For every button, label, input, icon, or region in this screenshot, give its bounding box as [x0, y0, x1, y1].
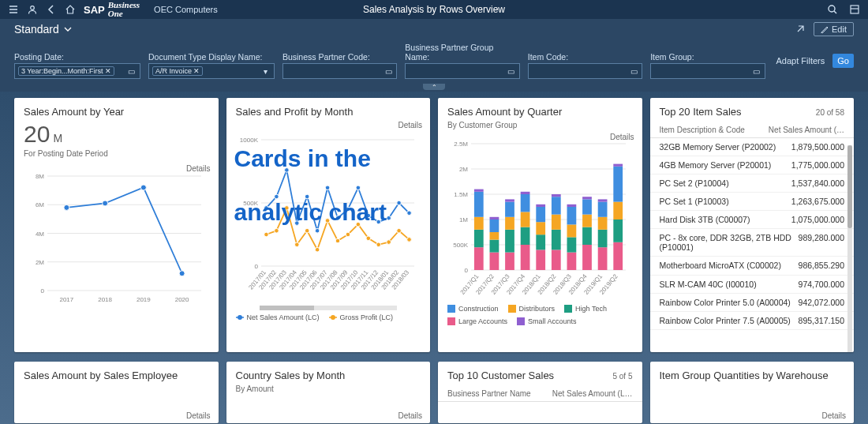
- bp-group-input[interactable]: [409, 67, 503, 76]
- go-button[interactable]: Go: [832, 54, 854, 68]
- legend-item: Large Accounts: [447, 317, 507, 325]
- svg-text:8M: 8M: [36, 173, 44, 180]
- chart-scrollbar[interactable]: [260, 306, 398, 310]
- list-item[interactable]: 4GB Memory Server (P20001)1,775,000.000: [650, 156, 855, 174]
- bp-group-field[interactable]: ▭: [405, 63, 519, 79]
- card-top-customer-sales: Top 10 Customer Sales 5 of 5 Business Pa…: [438, 362, 642, 423]
- details-link[interactable]: Details: [821, 411, 846, 420]
- svg-rect-136: [598, 247, 608, 270]
- svg-point-1: [829, 6, 835, 12]
- value-help-icon[interactable]: ▭: [127, 66, 137, 76]
- svg-text:1M: 1M: [459, 216, 468, 223]
- value-help-icon[interactable]: ▭: [752, 66, 761, 76]
- svg-rect-94: [490, 253, 499, 270]
- svg-rect-104: [505, 199, 514, 201]
- menu-icon[interactable]: [8, 4, 19, 15]
- filterbar-collapse-handle[interactable]: ⌃: [0, 84, 868, 92]
- svg-rect-109: [521, 194, 530, 212]
- svg-point-53: [376, 242, 380, 247]
- item-group-input[interactable]: [654, 67, 748, 76]
- variant-selector[interactable]: Standard: [14, 23, 72, 36]
- column-header: Net Sales Amount (L…: [552, 389, 633, 398]
- svg-rect-100: [505, 253, 514, 270]
- svg-rect-127: [567, 207, 577, 224]
- layout-icon[interactable]: [849, 4, 860, 15]
- card-subtitle: By Customer Group: [438, 121, 642, 133]
- svg-rect-146: [613, 164, 623, 167]
- home-icon[interactable]: [65, 4, 76, 15]
- svg-point-56: [406, 238, 411, 242]
- adapt-filters-link[interactable]: Adapt Filters: [776, 56, 825, 66]
- list-item[interactable]: Rainbow Color Printer 5.0 (A00004)942,07…: [650, 294, 855, 312]
- list-item[interactable]: Hard Disk 3TB (C00007)1,075,000.000: [650, 211, 855, 229]
- details-link[interactable]: Details: [186, 411, 211, 420]
- filter-bp-group: Business Partner Group Name: ▭: [405, 43, 519, 79]
- filter-doc-type: Document Type Display Name: A/R Invoice …: [148, 52, 275, 79]
- column-header: Net Sales Amount (…: [769, 126, 844, 134]
- card-counter: 5 of 5: [612, 372, 632, 381]
- svg-rect-130: [582, 245, 592, 270]
- svg-point-31: [305, 194, 309, 199]
- card-sales-by-year: Sales Amount by Year 20M For Posting Dat…: [14, 98, 219, 352]
- share-icon[interactable]: [795, 24, 806, 35]
- bp-code-field[interactable]: ▭: [282, 63, 397, 79]
- svg-text:6M: 6M: [36, 201, 44, 208]
- svg-point-55: [396, 228, 401, 233]
- card-sales-profit-month: Sales and Profit by Month Details 0500K1…: [226, 98, 431, 352]
- svg-rect-143: [613, 220, 623, 242]
- list-item[interactable]: Rainbow Color Printer 7.5 (A00005)895,31…: [650, 312, 855, 330]
- list-item[interactable]: PC Set 1 (P10003)1,263,675.000: [650, 193, 855, 211]
- bp-code-input[interactable]: [286, 67, 380, 76]
- item-code-input[interactable]: [532, 67, 626, 76]
- item-group-field[interactable]: ▭: [650, 63, 765, 79]
- svg-point-35: [346, 207, 350, 212]
- svg-text:1.5M: 1.5M: [454, 191, 468, 198]
- details-link[interactable]: Details: [398, 121, 422, 129]
- search-icon[interactable]: [827, 4, 838, 15]
- svg-point-28: [274, 194, 279, 199]
- chevron-down-icon[interactable]: ▾: [261, 66, 271, 76]
- svg-point-27: [264, 206, 268, 211]
- filter-token[interactable]: 3 Year:Begin...Month:First ✕: [18, 66, 114, 76]
- user-icon[interactable]: [27, 4, 38, 15]
- svg-rect-122: [552, 194, 561, 197]
- list-header: Item Description & Code Net Sales Amount…: [650, 121, 855, 138]
- item-code-field[interactable]: ▭: [528, 63, 642, 79]
- list-item[interactable]: PC - 8x core, DDR 32GB, 2TB HDD (P10001)…: [650, 229, 855, 257]
- filter-bar: Posting Date: 3 Year:Begin...Month:First…: [0, 39, 868, 84]
- back-icon[interactable]: [46, 4, 57, 15]
- list-header: Business Partner Name Net Sales Amount (…: [438, 385, 642, 402]
- details-link[interactable]: Details: [186, 164, 211, 173]
- value-help-icon[interactable]: ▭: [383, 66, 393, 76]
- filter-token[interactable]: A/R Invoice ✕: [152, 66, 204, 76]
- details-link[interactable]: Details: [610, 133, 634, 141]
- filter-label: Item Code:: [528, 52, 642, 62]
- value-help-icon[interactable]: ▭: [507, 66, 516, 76]
- filter-item-code: Item Code: ▭: [528, 52, 642, 79]
- value-help-icon[interactable]: ▭: [629, 66, 638, 76]
- doc-type-field[interactable]: A/R Invoice ✕ ▾: [148, 63, 275, 79]
- filter-label: Business Partner Code:: [282, 52, 397, 62]
- edit-button[interactable]: Edit: [814, 22, 854, 36]
- svg-rect-113: [536, 235, 545, 250]
- item-sales-list: 32GB Memory Server (P20002)1,879,500.000…: [650, 138, 855, 330]
- svg-rect-96: [490, 232, 499, 240]
- doc-type-input[interactable]: [206, 67, 257, 76]
- list-item[interactable]: 32GB Memory Server (P20002)1,879,500.000: [650, 138, 855, 156]
- top-bar: SAP BusinessOne OEC Computers Sales Anal…: [0, 0, 868, 19]
- card-title: Sales Amount by Quarter: [447, 106, 562, 118]
- svg-rect-128: [567, 204, 577, 207]
- posting-date-input[interactable]: [118, 67, 124, 76]
- svg-rect-115: [536, 207, 545, 222]
- list-item[interactable]: SLR M-CAM 40C (I00010)974,700.000: [650, 276, 855, 294]
- svg-text:2018: 2018: [98, 296, 112, 303]
- svg-point-38: [376, 220, 380, 224]
- column-header: Business Partner Name: [447, 389, 552, 398]
- card-title: Item Group Quantities by Warehouse: [660, 370, 829, 381]
- list-item[interactable]: Motherboard MicroATX (C00002)986,855.290: [650, 257, 855, 275]
- details-link[interactable]: Details: [398, 411, 422, 420]
- filter-label: Document Type Display Name:: [148, 52, 275, 62]
- list-item[interactable]: PC Set 2 (P10004)1,537,840.000: [650, 174, 855, 193]
- scrollbar[interactable]: [847, 145, 852, 352]
- posting-date-field[interactable]: 3 Year:Begin...Month:First ✕ ▭: [14, 63, 140, 79]
